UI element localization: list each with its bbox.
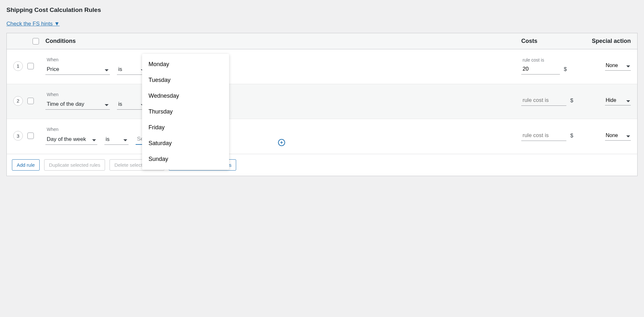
duplicate-rules-button[interactable]: Duplicate selected rules [44,159,105,171]
special-action-select[interactable]: None [605,131,631,141]
cost-input[interactable] [521,64,560,74]
operator-value: is [106,136,110,142]
dropdown-item-wednesday[interactable]: Wednesday [142,88,229,104]
condition-value: Price [47,66,59,72]
rule-row: 2 When Time of the day is $ Hide [7,84,637,119]
condition-select[interactable]: Time of the day [45,100,110,110]
operator-value: is [118,101,122,107]
rule-checkbox[interactable] [27,63,34,69]
th-costs: Costs [521,38,579,45]
footer-buttons: Add rule Duplicate selected rules Delete… [7,154,637,176]
add-rule-button[interactable]: Add rule [12,159,40,171]
cost-input[interactable] [521,131,566,141]
currency-symbol: $ [564,66,567,74]
rule-checkbox[interactable] [27,133,34,139]
dropdown-item-friday[interactable]: Friday [142,120,229,135]
dropdown-item-saturday[interactable]: Saturday [142,135,229,151]
chevron-down-icon [123,136,127,143]
special-action-select[interactable]: None [605,61,631,71]
currency-symbol: $ [570,133,573,141]
cost-label: rule cost is [521,57,579,63]
plus-icon[interactable]: + [278,139,285,146]
dropdown-item-thursday[interactable]: Thursday [142,104,229,120]
rule-number: 2 [13,96,23,106]
days-dropdown: Monday Tuesday Wednesday Thursday Friday… [142,54,229,170]
chevron-down-icon [105,66,109,73]
rule-number: 1 [13,61,23,71]
rules-panel: Monday Tuesday Wednesday Thursday Friday… [6,33,638,176]
chevron-down-icon [626,63,630,69]
dropdown-item-tuesday[interactable]: Tuesday [142,72,229,88]
special-action-select[interactable]: Hide [605,96,631,105]
rule-number: 3 [13,131,23,141]
currency-symbol: $ [570,97,573,106]
rule-checkbox[interactable] [27,98,34,104]
rule-row: 1 When Price is rule cost is $ [7,49,637,84]
condition-select[interactable]: Price [45,65,110,75]
chevron-down-icon [105,101,109,108]
chevron-down-icon [626,133,630,139]
operator-select[interactable]: is [104,135,129,145]
condition-value: Time of the day [47,101,84,107]
operator-value: is [118,66,122,72]
rule-row: 3 When Day of the week is Select the day… [7,119,637,154]
hints-link[interactable]: Check the FS hints ▼ [6,21,60,27]
select-all-checkbox[interactable] [33,38,39,45]
operator-select[interactable]: is [117,65,146,75]
chevron-down-icon [92,136,96,143]
table-header: Conditions Costs Special action [7,33,637,49]
condition-select[interactable]: Day of the week [45,135,97,145]
special-action-value: None [606,133,618,138]
cost-input[interactable] [521,96,566,106]
dropdown-item-sunday[interactable]: Sunday [142,151,229,167]
special-action-value: None [606,63,618,68]
th-conditions: Conditions [45,38,213,45]
condition-value: Day of the week [47,136,86,142]
page-title: Shipping Cost Calculation Rules [6,6,638,14]
operator-select[interactable]: is [117,100,146,110]
special-action-value: Hide [606,97,616,103]
chevron-down-icon [626,98,630,104]
th-special: Special action [579,38,631,45]
dropdown-item-monday[interactable]: Monday [142,56,229,72]
